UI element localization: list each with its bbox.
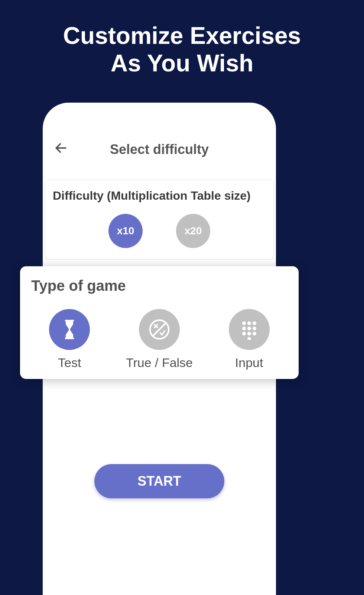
svg-point-10 (253, 327, 256, 330)
svg-point-14 (247, 337, 251, 340)
svg-point-12 (247, 332, 251, 335)
back-arrow-icon[interactable] (54, 141, 68, 158)
app-header: Select difficulty (43, 103, 276, 168)
svg-point-8 (242, 327, 246, 330)
game-type-input[interactable]: Input (229, 309, 270, 370)
promo-title-line1: Customize Exercises (0, 22, 364, 50)
difficulty-label: x20 (185, 225, 202, 237)
svg-point-11 (242, 332, 246, 335)
difficulty-option-x20[interactable]: x20 (176, 214, 210, 248)
difficulty-label: x10 (117, 225, 134, 237)
svg-point-5 (242, 321, 246, 325)
game-type-card-title: Type of game (31, 277, 287, 294)
game-type-label: Test (58, 356, 81, 370)
promo-title-line2: As You Wish (0, 50, 364, 77)
game-type-test[interactable]: Test (49, 309, 90, 370)
difficulty-card: Difficulty (Multiplication Table size) x… (45, 180, 274, 260)
difficulty-option-x10[interactable]: x10 (108, 214, 143, 248)
start-button-label: START (137, 473, 181, 489)
svg-point-7 (253, 321, 256, 325)
game-type-options: Test True / False (31, 309, 287, 370)
game-type-label: True / False (126, 356, 193, 370)
svg-point-9 (247, 327, 251, 330)
page-title: Select difficulty (54, 142, 265, 157)
start-button[interactable]: START (94, 464, 224, 498)
keypad-icon (229, 309, 270, 350)
svg-point-6 (247, 321, 251, 325)
game-type-card: Type of game Test True / False (20, 266, 299, 379)
difficulty-card-title: Difficulty (Multiplication Table size) (53, 189, 266, 203)
difficulty-options: x10 x20 (53, 214, 266, 248)
game-type-label: Input (235, 356, 263, 370)
truefalse-icon (139, 309, 180, 350)
game-type-truefalse[interactable]: True / False (126, 309, 193, 370)
promo-title: Customize Exercises As You Wish (0, 0, 364, 77)
hourglass-icon (49, 309, 90, 350)
svg-point-13 (253, 332, 256, 335)
